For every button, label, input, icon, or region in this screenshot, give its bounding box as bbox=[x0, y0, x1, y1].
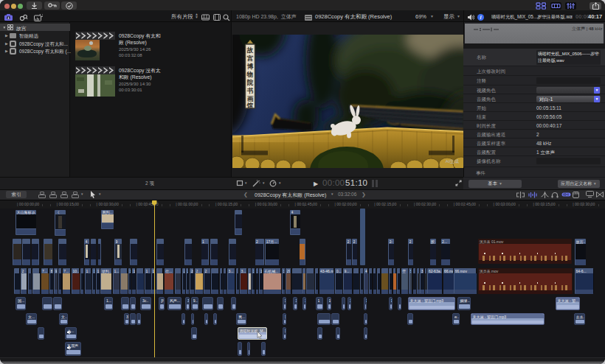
svg-text:书: 书 bbox=[246, 87, 254, 94]
svg-text:博: 博 bbox=[246, 63, 254, 70]
svg-text:宫: 宫 bbox=[247, 55, 254, 62]
svg-text:故: 故 bbox=[246, 46, 254, 54]
svg-text:馆: 馆 bbox=[246, 102, 254, 109]
svg-text:院: 院 bbox=[247, 79, 254, 86]
svg-text:物: 物 bbox=[246, 71, 254, 78]
svg-text:AI生成: AI生成 bbox=[446, 158, 459, 164]
